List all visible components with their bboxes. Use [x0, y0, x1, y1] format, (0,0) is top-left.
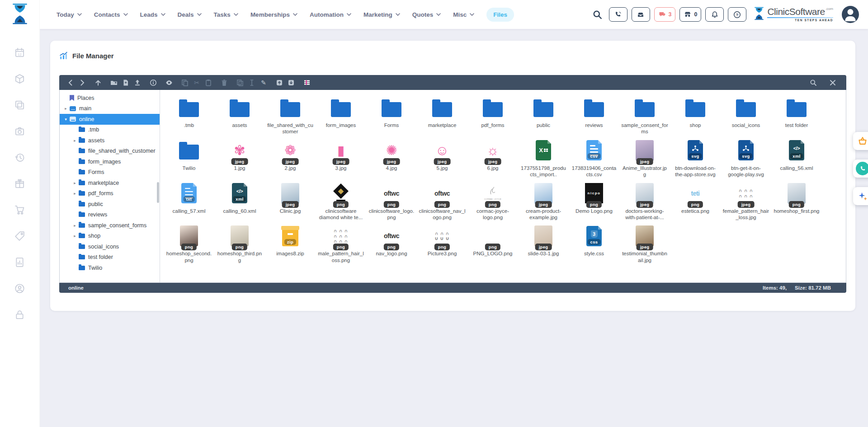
toolbar-preview-icon[interactable] — [164, 78, 174, 88]
folder-item-sample-consent-forms[interactable]: sample_consent_forms — [619, 95, 670, 135]
help-button[interactable]: ? — [728, 7, 746, 22]
toolbar-new-file-icon[interactable] — [121, 78, 130, 88]
toolbar-new-folder-icon[interactable] — [109, 78, 118, 88]
folder-item-marketplace[interactable]: marketplace — [417, 95, 467, 135]
tree-caret-icon[interactable]: ▾ — [63, 117, 69, 122]
toolbar-edit-icon[interactable]: ✎ — [259, 78, 268, 88]
file-item-5-jpg[interactable]: ☺jpeg 5.jpg — [417, 138, 467, 178]
toolbar-view-icon[interactable] — [302, 78, 311, 88]
file-item-estetica-png[interactable]: tetipng estetica.png — [670, 181, 721, 221]
file-item-homeshop-third-png[interactable]: png homeshop_third.png — [214, 224, 265, 263]
folder-item-social-icons[interactable]: social_icons — [721, 95, 771, 135]
rail-lock-icon[interactable] — [14, 309, 25, 320]
call-widget-button[interactable] — [853, 160, 868, 178]
rail-calendar-icon[interactable]: 12 — [14, 47, 25, 58]
search-icon[interactable] — [593, 10, 602, 19]
tree-item-places[interactable]: Places — [60, 93, 160, 103]
file-item-demo-logo-png[interactable]: nicpopng Demo Logo.png — [569, 181, 619, 221]
nav-item-today[interactable]: Today — [57, 11, 82, 18]
nav-item-contacts[interactable]: Contacts — [94, 11, 128, 18]
rail-support-icon[interactable] — [14, 283, 25, 294]
clinicsoftware-hourglass-icon[interactable] — [10, 4, 29, 26]
file-item-btn-download-on-the-app-store-svg[interactable]: svg btn-download-on-the-app-store.svg — [670, 138, 721, 178]
toolbar-archive-icon[interactable] — [274, 78, 284, 88]
file-item-calling-56-xml[interactable]: </>xml calling_56.xml — [771, 138, 822, 178]
user-avatar[interactable] — [842, 6, 859, 23]
rail-tag-icon[interactable] — [14, 230, 25, 241]
rail-history-icon[interactable] — [14, 152, 25, 163]
tree-item-test-folder[interactable]: test folder — [60, 252, 160, 263]
inbox-button[interactable] — [632, 7, 650, 22]
tree-item-assets[interactable]: ▸ assets — [60, 135, 160, 146]
folder-item-pdf-forms[interactable]: pdf_forms — [467, 95, 518, 135]
file-item-nav-logo-png[interactable]: oftwcpng nav_logo.png — [366, 224, 417, 263]
chat-button[interactable]: 3 — [654, 7, 676, 22]
file-item-male-pattern-hair-loss-png[interactable]: ∩ ∩ ∩∩ ∩ ∩∩ ∩ ∩png male_pattern_hair_los… — [316, 224, 366, 263]
brand-logo[interactable]: ClinicSoftware .com TEN STEPS AHEAD — [753, 7, 833, 22]
tree-caret-icon[interactable]: ▸ — [72, 234, 78, 238]
tree-item-shop[interactable]: ▸ shop — [60, 231, 160, 242]
nav-item-quotes[interactable]: Quotes — [412, 11, 441, 18]
file-item-testimonial-thumbnail-jpg[interactable]: jpeg testimonial_thumbnail.jpg — [619, 224, 670, 263]
tree-caret-icon[interactable]: ▸ — [72, 181, 78, 185]
file-item-images8-zip[interactable]: zip images8.zip — [265, 224, 316, 263]
file-item-homeshop-second-png[interactable]: png homeshop_second.png — [164, 224, 214, 263]
file-item-doctors-working-with-patient-at[interactable]: jpeg doctors-working-with-patient-at-... — [619, 181, 670, 221]
file-item-1738319406-contacts-csv[interactable]: csv 1738319406_contacts.csv — [569, 138, 619, 178]
nav-item-files[interactable]: Files — [486, 8, 514, 22]
file-item-1-jpg[interactable]: ✾jpeg 1.jpg — [214, 138, 265, 178]
nav-item-leads[interactable]: Leads — [140, 11, 165, 18]
tree-item-twilio[interactable]: Twilio — [60, 263, 160, 273]
file-item-cream-product-example-jpg[interactable]: jpeg cream-product-example.jpg — [518, 181, 569, 221]
folder-item-reviews[interactable]: reviews — [569, 95, 619, 135]
file-item-clinicsoftware-logo-png[interactable]: oftwcpng clinicsoftware_logo.png — [366, 181, 417, 221]
folder-item-form-images[interactable]: form_images — [316, 95, 366, 135]
tree-item-reviews[interactable]: reviews — [60, 210, 160, 221]
file-item-png-logo-png[interactable]: png PNG_LOGO.png — [467, 224, 518, 263]
nav-item-marketing[interactable]: Marketing — [363, 11, 400, 18]
nav-item-memberships[interactable]: Memberships — [250, 11, 297, 18]
tree-caret-icon[interactable]: ▸ — [72, 223, 78, 228]
file-item-clinicsoftware-diamond-white-te[interactable]: png clinicsoftware diamond white te... — [316, 181, 366, 221]
ai-widget-button[interactable] — [853, 187, 868, 205]
tree-item-sample-consent-forms[interactable]: ▸ sample_consent_forms — [60, 220, 160, 231]
rail-package-icon[interactable] — [14, 73, 25, 84]
file-item-clinicsoftware-nav-logo-png[interactable]: oftwcpng clinicsoftware_nav_logo.png — [417, 181, 467, 221]
toolbar-close-icon[interactable] — [828, 78, 837, 88]
file-item-1737551798-products-import[interactable]: X 1737551798_products_import.. — [518, 138, 569, 178]
tree-item-online[interactable]: ▾ online — [60, 114, 160, 125]
toolbar-forward-icon[interactable] — [77, 78, 87, 88]
folder-item-assets[interactable]: assets — [214, 95, 265, 135]
rail-camera-icon[interactable] — [14, 126, 25, 136]
toolbar-rename-icon[interactable] — [247, 78, 256, 88]
file-item-clinic-jpg[interactable]: jpeg Clinic.jpg — [265, 181, 316, 221]
tree-item-form-images[interactable]: form_images — [60, 156, 160, 167]
file-item-slide-03-1-jpg[interactable]: jpeg slide-03-1.jpg — [518, 224, 569, 263]
file-item-picture3-png[interactable]: ∩ ∩ ∩∪ ∪ ∪png Picture3.png — [417, 224, 467, 263]
file-item-calling-60-xml[interactable]: </>xml calling_60.xml — [214, 181, 265, 221]
notifications-button[interactable] — [705, 7, 724, 22]
rail-copy-icon[interactable] — [14, 99, 25, 110]
tree-item-pdf-forms[interactable]: ▸ pdf_forms — [60, 188, 160, 199]
file-item-homeshop-first-png[interactable]: png homeshop_first.png — [771, 181, 822, 221]
file-item-btn-get-it-on-google-play-svg[interactable]: svg btn-get-it-on-google-play.svg — [721, 138, 771, 178]
tree-scrollbar[interactable] — [157, 182, 159, 203]
toolbar-copy-icon[interactable] — [180, 78, 189, 88]
tree-item-marketplace[interactable]: ▸ marketplace — [60, 178, 160, 188]
nav-item-deals[interactable]: Deals — [178, 11, 202, 18]
file-item-2-jpg[interactable]: ❁jpeg 2.jpg — [265, 138, 316, 178]
tree-item-file-shared-with-customer[interactable]: file_shared_with_customer — [60, 146, 160, 157]
rail-gift-icon[interactable] — [14, 178, 25, 189]
file-item-4-jpg[interactable]: ✺jpeg 4.jpg — [366, 138, 417, 178]
folder-item-forms[interactable]: Forms — [366, 95, 417, 135]
tree-item-public[interactable]: public — [60, 199, 160, 210]
rail-cart-icon[interactable] — [14, 204, 25, 215]
shop-widget-button[interactable] — [853, 132, 868, 150]
file-item-cormac-joyce-logo-png[interactable]: CORMAC JOYCEpng cormac-joyce-logo.png — [467, 181, 518, 221]
tree-item-main[interactable]: ▸ main — [60, 103, 160, 114]
rail-report-icon[interactable] — [14, 257, 25, 267]
toolbar-cut-icon[interactable]: ✂ — [192, 78, 201, 88]
nav-item-automation[interactable]: Automation — [310, 11, 351, 18]
toolbar-back-icon[interactable] — [66, 78, 75, 88]
folder-item-tmb[interactable]: .tmb — [164, 95, 214, 135]
